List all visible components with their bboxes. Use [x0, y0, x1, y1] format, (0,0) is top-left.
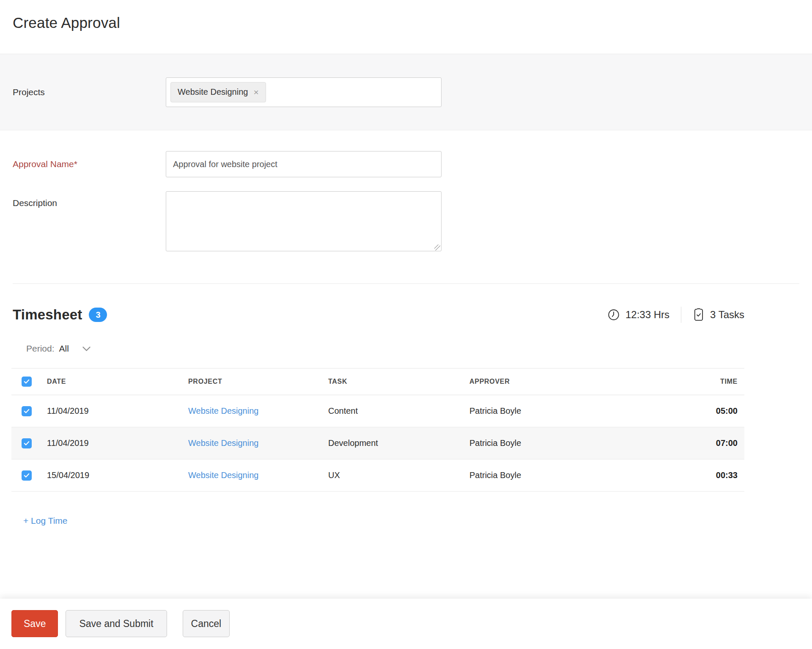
- table-row: 11/04/2019 Website Designing Development…: [11, 427, 744, 459]
- project-tag: Website Designing ×: [170, 82, 266, 102]
- title-bar: Create Approval: [0, 0, 812, 54]
- description-label: Description: [13, 191, 166, 208]
- section-divider: [13, 283, 799, 284]
- timesheet-header: Timesheet 3 12:33 Hrs 3 Tasks: [13, 307, 744, 323]
- cell-time: 00:33: [685, 470, 744, 480]
- cell-task: Content: [328, 406, 469, 416]
- save-button[interactable]: Save: [11, 610, 58, 637]
- approval-name-label: Approval Name*: [13, 159, 166, 169]
- row-checkbox[interactable]: [22, 438, 32, 448]
- select-all-checkbox[interactable]: [22, 377, 32, 387]
- row-checkbox[interactable]: [22, 406, 32, 416]
- description-textarea[interactable]: [166, 191, 442, 251]
- cell-project-link[interactable]: Website Designing: [188, 438, 258, 448]
- cancel-button[interactable]: Cancel: [183, 610, 230, 637]
- footer-action-bar: Save Save and Submit Cancel: [0, 599, 812, 649]
- row-checkbox[interactable]: [22, 470, 32, 481]
- projects-label: Projects: [13, 87, 166, 97]
- chevron-down-icon: [82, 346, 91, 352]
- clipboard-check-icon: [693, 308, 705, 322]
- log-time-link[interactable]: + Log Time: [23, 516, 67, 526]
- col-header-date[interactable]: DATE: [47, 378, 188, 385]
- projects-field-row: Projects Website Designing ×: [0, 54, 812, 130]
- cell-task: Development: [328, 438, 469, 448]
- timesheet-stats: 12:33 Hrs 3 Tasks: [607, 307, 744, 323]
- timesheet-count-badge: 3: [89, 308, 107, 322]
- period-value: All: [59, 344, 69, 354]
- col-header-time[interactable]: TIME: [685, 378, 744, 385]
- projects-multiselect-input[interactable]: Website Designing ×: [166, 77, 442, 107]
- cell-project-link[interactable]: Website Designing: [188, 470, 258, 480]
- timesheet-table: DATE PROJECT TASK APPROVER TIME 11/04/20…: [11, 368, 744, 492]
- save-and-submit-button[interactable]: Save and Submit: [66, 610, 167, 637]
- cell-approver: Patricia Boyle: [469, 438, 685, 448]
- stats-divider: [681, 307, 681, 323]
- page-title: Create Approval: [13, 14, 799, 31]
- period-dropdown[interactable]: Period: All: [26, 344, 91, 354]
- remove-tag-icon[interactable]: ×: [253, 88, 258, 96]
- total-hours: 12:33 Hrs: [625, 309, 669, 321]
- col-header-task[interactable]: TASK: [328, 378, 469, 385]
- cell-approver: Patricia Boyle: [469, 406, 685, 416]
- approval-name-input[interactable]: [166, 151, 442, 177]
- cell-approver: Patricia Boyle: [469, 470, 685, 480]
- col-header-approver[interactable]: APPROVER: [469, 378, 685, 385]
- approval-form: Approval Name* Description: [0, 130, 812, 253]
- cell-task: UX: [328, 470, 469, 480]
- cell-date: 11/04/2019: [47, 438, 188, 448]
- period-label: Period:: [26, 344, 55, 354]
- col-header-project[interactable]: PROJECT: [188, 378, 328, 385]
- timesheet-title: Timesheet: [13, 307, 82, 323]
- cell-date: 11/04/2019: [47, 406, 188, 416]
- table-row: 15/04/2019 Website Designing UX Patricia…: [11, 459, 744, 492]
- table-header-row: DATE PROJECT TASK APPROVER TIME: [11, 368, 744, 395]
- table-row: 11/04/2019 Website Designing Content Pat…: [11, 395, 744, 427]
- clock-icon: [607, 308, 620, 321]
- cell-date: 15/04/2019: [47, 470, 188, 480]
- cell-time: 05:00: [685, 406, 744, 416]
- project-tag-label: Website Designing: [178, 87, 248, 97]
- cell-project-link[interactable]: Website Designing: [188, 406, 258, 415]
- total-tasks: 3 Tasks: [710, 309, 744, 321]
- cell-time: 07:00: [685, 438, 744, 448]
